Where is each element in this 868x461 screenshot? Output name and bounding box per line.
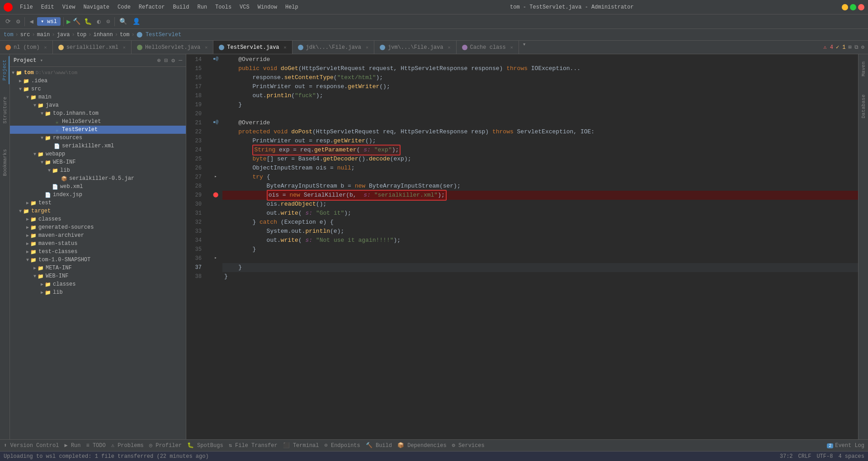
maven-tab[interactable]: Maven	[859, 58, 868, 80]
tree-lib[interactable]: ▼ 📁 lib	[10, 166, 186, 174]
tree-root[interactable]: ▼ 📁 tom D:\var\www\tom	[10, 69, 186, 77]
bc-src[interactable]: src	[20, 32, 30, 38]
tab-serialkiller[interactable]: serialkiller.xml ✕	[53, 41, 132, 54]
tab-cache-class[interactable]: Cache class ✕	[457, 41, 519, 54]
profile-avatar[interactable]: 👤	[131, 17, 142, 26]
tab-nl[interactable]: nl (tom) ✕	[0, 41, 53, 54]
project-tab[interactable]: Project	[0, 56, 9, 84]
tree-helloservlet[interactable]: ▶ ☕ HelloServlet	[10, 118, 186, 126]
tab-overflow[interactable]: ▾	[519, 41, 530, 54]
tree-lib2[interactable]: ▶ 📁 lib	[10, 288, 186, 296]
tree-classes[interactable]: ▶ 📁 classes	[10, 215, 186, 223]
collapse-all-icon[interactable]: ⊟	[165, 57, 168, 64]
tree-serialkiller-xml[interactable]: ▶ 📄 serialkiller.xml	[10, 142, 186, 150]
tree-snapshot[interactable]: ▼ 📁 tom-1.0-SNAPSHOT	[10, 256, 186, 264]
tree-test-classes[interactable]: ▶ 📁 test-classes	[10, 248, 186, 256]
tab-helloservlet[interactable]: HelloServlet.java ✕	[132, 41, 213, 54]
version-control-btn[interactable]: ⬆ Version Control	[4, 442, 59, 449]
menu-window[interactable]: Window	[254, 3, 281, 11]
settings-icon[interactable]: ⚙	[14, 17, 22, 26]
database-tab[interactable]: Database	[859, 91, 868, 122]
tab-tools[interactable]: ⊞	[849, 44, 852, 51]
menu-tools[interactable]: Tools	[212, 3, 235, 11]
tree-main[interactable]: ▼ 📁 main	[10, 93, 186, 101]
bc-top[interactable]: top	[77, 32, 87, 38]
run-btn[interactable]: ▶ Run	[64, 442, 80, 449]
menu-build[interactable]: Build	[169, 3, 193, 11]
terminal-btn[interactable]: ⬛ Terminal	[283, 442, 319, 449]
search-icon[interactable]: 🔍	[118, 17, 129, 26]
tab-jvm-file[interactable]: jvm\...\File.java ✕	[374, 41, 456, 54]
code-content[interactable]: @Override public void doGet(HttpServletR…	[222, 54, 858, 439]
tab-helloservlet-close[interactable]: ✕	[205, 45, 208, 50]
tab-testservlet[interactable]: TestServlet.java ✕	[213, 41, 292, 54]
tree-generated-sources[interactable]: ▶ 📁 generated-sources	[10, 223, 186, 231]
endpoints-btn[interactable]: ⊙ Endpoints	[325, 442, 360, 449]
bc-tom[interactable]: tom	[4, 32, 14, 38]
tree-resources[interactable]: ▼ 📁 resources	[10, 134, 186, 142]
menu-code[interactable]: Code	[114, 3, 134, 11]
tab-jvm-file-close[interactable]: ✕	[448, 45, 450, 50]
sidebar-dropdown-icon[interactable]: ▾	[40, 57, 43, 63]
menu-refactor[interactable]: Refactor	[135, 3, 169, 11]
tab-cache-close[interactable]: ✕	[510, 45, 513, 50]
menu-help[interactable]: Help	[282, 3, 302, 11]
bc-main[interactable]: main	[37, 32, 50, 38]
problems-btn[interactable]: ⚠ Problems	[111, 442, 144, 449]
structure-tab[interactable]: Structure	[1, 93, 9, 127]
bc-java[interactable]: java	[57, 32, 70, 38]
todo-btn[interactable]: ≡ TODO	[86, 442, 106, 449]
sync-icon[interactable]: ⟳	[4, 17, 13, 26]
tree-target[interactable]: ▼ 📁 target	[10, 207, 186, 215]
tab-split[interactable]: ⧉	[854, 44, 859, 51]
services-btn[interactable]: ⚙ Services	[452, 442, 485, 449]
debug-icon[interactable]: 🐛	[82, 17, 94, 26]
tree-web-xml[interactable]: ▶ 📄 web.xml	[10, 183, 186, 191]
tab-serialkiller-close[interactable]: ✕	[123, 45, 126, 50]
menu-navigate[interactable]: Navigate	[80, 3, 113, 11]
close-button[interactable]	[858, 4, 864, 10]
tree-test[interactable]: ▶ 📁 test	[10, 199, 186, 207]
wsl-button[interactable]: ▾ wsl	[37, 17, 61, 26]
tree-maven-status[interactable]: ▶ 📁 maven-status	[10, 240, 186, 248]
tree-meta-inf[interactable]: ▶ 📁 META-INF	[10, 264, 186, 272]
back-icon[interactable]: ◀	[28, 17, 35, 26]
tree-src[interactable]: ▼ 📁 src	[10, 85, 186, 93]
profiler-btn[interactable]: ◎ Profiler	[149, 442, 182, 449]
tab-nl-close[interactable]: ✕	[44, 45, 47, 50]
maximize-button[interactable]	[850, 4, 856, 10]
build-icon[interactable]: 🔨	[73, 18, 80, 25]
bc-inhann[interactable]: inhann	[93, 32, 113, 38]
menu-file[interactable]: File	[16, 3, 37, 11]
tab-jdk-file-close[interactable]: ✕	[366, 45, 368, 50]
tree-index-jsp[interactable]: ▶ 📄 index.jsp	[10, 191, 186, 199]
tree-webinf2[interactable]: ▼ 📁 WEB-INF	[10, 272, 186, 280]
tree-maven-archiver[interactable]: ▶ 📁 maven-archiver	[10, 231, 186, 240]
dependencies-btn[interactable]: 📦 Dependencies	[397, 442, 447, 449]
menu-view[interactable]: View	[59, 3, 79, 11]
file-transfer-btn[interactable]: ⇅ File Transfer	[229, 442, 278, 449]
gutter-29[interactable]: ⬤	[209, 190, 222, 199]
menu-edit[interactable]: Edit	[38, 3, 58, 11]
minimize-button[interactable]	[842, 4, 848, 10]
tree-serialkiller-jar[interactable]: ▶ 📦 serialkiller-0.5.jar	[10, 174, 186, 183]
tab-gear[interactable]: ⚙	[861, 44, 864, 51]
run-button[interactable]: ▶	[66, 17, 71, 26]
tree-classes2[interactable]: ▶ 📁 classes	[10, 280, 186, 288]
tab-testservlet-close[interactable]: ✕	[284, 45, 287, 50]
tree-pkg[interactable]: ▼ 📁 top.inhann.tom	[10, 109, 186, 118]
spotbugs-btn[interactable]: 🐛 SpotBugs	[187, 442, 223, 449]
tree-idea[interactable]: ▶ 📁 .idea	[10, 77, 186, 85]
tree-testservlet[interactable]: ▶ ☕ TestServlet	[10, 126, 186, 134]
bc-tom2[interactable]: tom	[120, 32, 130, 38]
build-btn[interactable]: 🔨 Build	[366, 442, 392, 449]
event-log-btn[interactable]: 2Event Log	[827, 442, 864, 449]
minimize-sidebar-icon[interactable]: —	[179, 57, 182, 64]
tab-jdk-file[interactable]: jdk\...\File.java ✕	[292, 41, 374, 54]
tree-webinf[interactable]: ▼ 📁 WEB-INF	[10, 158, 186, 166]
bookmarks-tab[interactable]: Bookmarks	[1, 146, 9, 179]
menu-run[interactable]: Run	[193, 3, 211, 11]
menu-vcs[interactable]: VCS	[236, 3, 253, 11]
tree-java[interactable]: ▼ 📁 java	[10, 101, 186, 109]
profile-icon[interactable]: ⊙	[104, 17, 112, 26]
